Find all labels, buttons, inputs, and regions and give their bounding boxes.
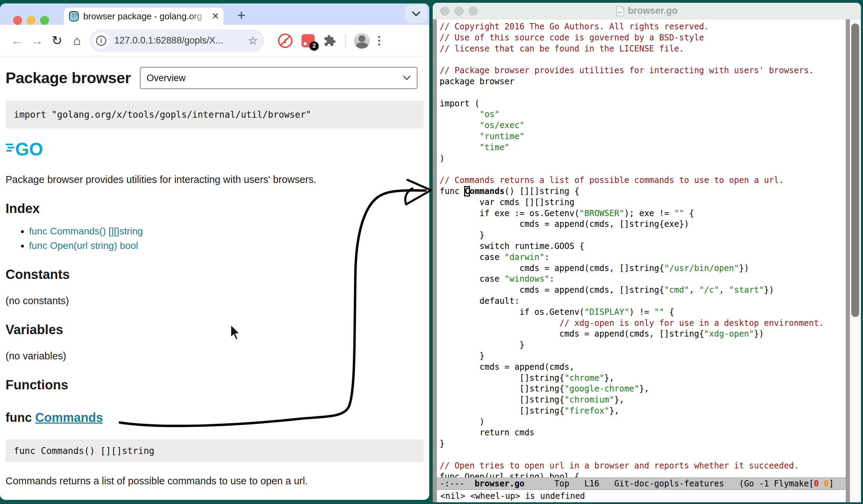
emacs-window-controls bbox=[440, 7, 478, 16]
emacs-window: GO browser.go // Copyright 2016 The Go A… bbox=[433, 3, 861, 502]
tab-close-icon[interactable]: ✕ bbox=[211, 11, 219, 22]
menu-kebab-icon[interactable] bbox=[378, 36, 380, 46]
tab-strip: browser package - golang.org ✕ + bbox=[0, 3, 429, 25]
extension-icons: ↕ 2 bbox=[278, 33, 336, 48]
close-window-button[interactable] bbox=[440, 7, 449, 16]
toolbar-separator bbox=[345, 34, 346, 47]
forward-icon[interactable]: → bbox=[27, 33, 47, 48]
doc-page: Package browser Overview import "golang.… bbox=[0, 67, 429, 487]
index-link-commands[interactable]: func Commands() [][]string bbox=[29, 226, 143, 236]
list-item: func Open(url string) bool bbox=[29, 240, 424, 251]
profile-avatar[interactable] bbox=[354, 33, 370, 49]
reload-icon[interactable]: ↻ bbox=[47, 33, 67, 48]
code-area[interactable]: // Copyright 2016 The Go Authors. All ri… bbox=[437, 19, 846, 477]
document-icon: GO bbox=[616, 6, 624, 16]
gopher-favicon-icon bbox=[69, 11, 79, 21]
browser-window: browser package - golang.org ✕ + ← → ↻ ⌂… bbox=[0, 3, 429, 500]
import-code-block: import "golang.org/x/tools/gopls/interna… bbox=[6, 101, 424, 128]
index-heading: Index bbox=[6, 201, 424, 216]
noscroll-extension-icon[interactable]: ↕ bbox=[278, 33, 293, 48]
tab-search-chevron-button[interactable] bbox=[405, 5, 427, 23]
constants-empty: (no constants) bbox=[6, 295, 424, 307]
func-description: Commands returns a list of possible comm… bbox=[6, 475, 424, 487]
address-bar[interactable]: i 127.0.0.1:62888/gopls/X... ☆ bbox=[90, 29, 264, 52]
red-extension-icon[interactable]: 2 bbox=[301, 34, 315, 47]
left-scrollbar-strip bbox=[433, 19, 437, 502]
scrollbar-thumb[interactable] bbox=[851, 23, 859, 317]
variables-empty: (no variables) bbox=[6, 350, 424, 362]
home-icon[interactable]: ⌂ bbox=[67, 33, 87, 48]
svg-text:GO: GO bbox=[15, 139, 43, 159]
doc-section-selected: Overview bbox=[147, 73, 186, 84]
scrollbar-track[interactable] bbox=[850, 19, 861, 502]
minimize-window-button[interactable] bbox=[27, 16, 36, 25]
list-item: func Commands() [][]string bbox=[29, 226, 424, 237]
emacs-window-title: GO browser.go bbox=[616, 6, 678, 16]
doc-intro: Package browser provides utilities for i… bbox=[6, 174, 424, 185]
go-logo: GO bbox=[6, 137, 44, 159]
window-controls bbox=[13, 16, 49, 25]
doc-section-select[interactable]: Overview bbox=[140, 67, 418, 89]
extensions-puzzle-icon[interactable] bbox=[324, 35, 336, 47]
func-commands-heading: func Commands bbox=[6, 410, 424, 425]
zoom-window-button[interactable] bbox=[469, 7, 478, 16]
close-window-button[interactable] bbox=[13, 16, 22, 25]
svg-text:GO: GO bbox=[618, 11, 622, 14]
variables-heading: Variables bbox=[6, 322, 424, 337]
index-link-open[interactable]: func Open(url string) bool bbox=[29, 240, 138, 251]
url-text[interactable]: 127.0.0.1:62888/gopls/X... bbox=[114, 35, 248, 46]
func-signature-code-block: func Commands() [][]string bbox=[6, 439, 424, 462]
func-commands-link[interactable]: Commands bbox=[35, 410, 103, 425]
bookmark-star-icon[interactable]: ☆ bbox=[248, 34, 258, 47]
right-scrollbar-strip bbox=[846, 19, 850, 502]
new-tab-button[interactable]: + bbox=[232, 6, 251, 25]
index-list: func Commands() [][]string func Open(url… bbox=[6, 226, 424, 251]
chevron-down-icon bbox=[412, 11, 421, 17]
back-icon[interactable]: ← bbox=[7, 33, 27, 48]
site-info-button[interactable]: i bbox=[93, 32, 109, 49]
functions-heading: Functions bbox=[6, 378, 424, 392]
constants-heading: Constants bbox=[6, 267, 424, 282]
info-icon: i bbox=[96, 36, 106, 46]
zoom-window-button[interactable] bbox=[40, 16, 49, 25]
browser-tab[interactable]: browser package - golang.org ✕ bbox=[64, 8, 223, 25]
select-chevron-icon bbox=[403, 76, 411, 80]
tab-title: browser package - golang.org bbox=[83, 11, 209, 22]
extension-badge: 2 bbox=[309, 41, 319, 51]
emacs-title-bar: GO browser.go bbox=[433, 3, 861, 19]
browser-toolbar: ← → ↻ ⌂ i 127.0.0.1:62888/gopls/X... ☆ ↕… bbox=[0, 25, 429, 57]
page-title: Package browser bbox=[6, 69, 131, 87]
echo-area: <nil> <wheel-up> is undefined bbox=[437, 490, 846, 502]
minimize-window-button[interactable] bbox=[454, 7, 463, 16]
mode-line: -:--- browser.go Top L16 Git-doc-gopls-f… bbox=[437, 477, 846, 490]
